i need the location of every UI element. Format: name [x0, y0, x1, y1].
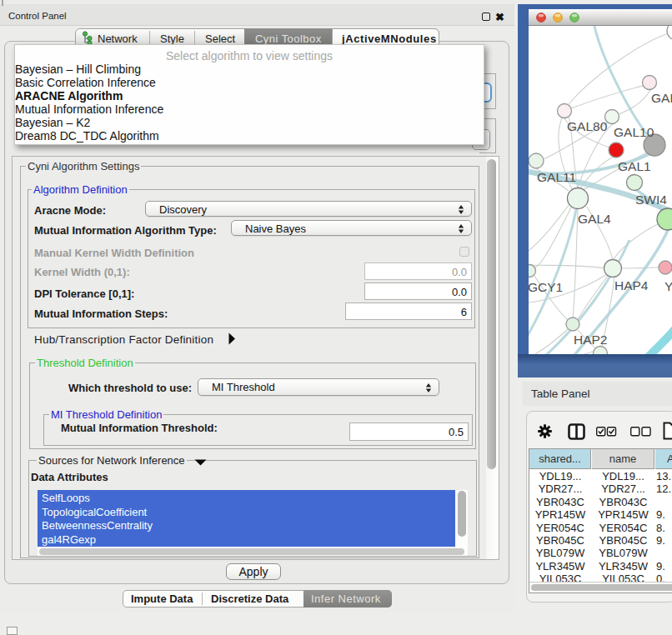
svg-text:Y: Y [664, 279, 672, 293]
svg-text:GAL80: GAL80 [567, 119, 608, 133]
svg-text:SWI4: SWI4 [635, 192, 667, 207]
svg-text:GAL1: GAL1 [618, 159, 651, 173]
svg-text:GCY1: GCY1 [529, 280, 563, 294]
svg-text:GAL10: GAL10 [614, 125, 654, 139]
svg-text:HAP2: HAP2 [574, 332, 608, 347]
svg-text:GAL2: GAL2 [651, 91, 672, 105]
svg-text:GAL11: GAL11 [537, 170, 576, 184]
svg-text:HAP4: HAP4 [614, 278, 649, 292]
svg-text:GAL4: GAL4 [578, 212, 611, 226]
